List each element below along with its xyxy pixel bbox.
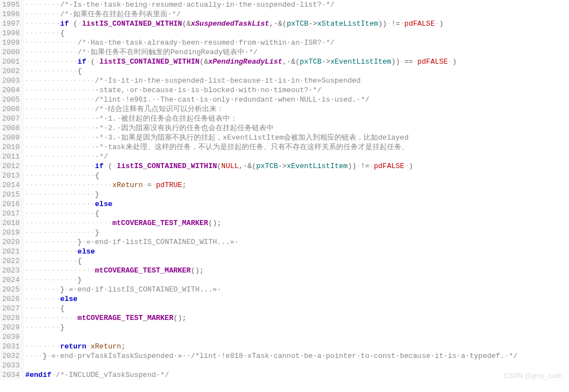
whitespace: ················ bbox=[25, 200, 95, 208]
code-line[interactable]: ················mtCOVERAGE_TEST_MARKER()… bbox=[25, 266, 569, 275]
code-line[interactable]: ········else bbox=[25, 294, 569, 304]
whitespace: ········ bbox=[25, 304, 60, 313]
token-op: != bbox=[391, 20, 400, 28]
code-line[interactable]: ········/*·Is·the·task·being·resumed·act… bbox=[25, 0, 569, 9]
code-line[interactable]: ·················*·3.·如果是因为阻塞不执行的挂起，xEve… bbox=[25, 133, 569, 142]
line-number: 2018 bbox=[2, 218, 20, 228]
token-op: } bbox=[60, 323, 65, 332]
token-kw: if bbox=[78, 58, 87, 66]
code-line[interactable]: ················else bbox=[25, 199, 569, 209]
token-op: } bbox=[78, 238, 82, 246]
code-line[interactable]: ·················*·task来处理。这样的任务，不认为是挂起的… bbox=[25, 142, 569, 152]
code-line[interactable]: ········{ bbox=[25, 28, 569, 38]
code-line[interactable]: ············{ bbox=[25, 66, 569, 76]
code-line[interactable]: ········return·xReturn; bbox=[25, 342, 569, 351]
code-area[interactable]: ········/*·Is·the·task·being·resumed·act… bbox=[24, 0, 569, 380]
code-line[interactable] bbox=[25, 332, 569, 342]
line-number: 2010 bbox=[2, 142, 20, 152]
token-kw: if bbox=[95, 162, 104, 170]
token-op: { bbox=[95, 209, 99, 218]
token-cmt: ·*·3.·如果是因为阻塞不执行的挂起，xEventListItem会被加入到相… bbox=[95, 133, 409, 142]
token-ws: · bbox=[404, 162, 409, 170]
line-number: 2014 bbox=[2, 180, 20, 190]
code-line[interactable]: ············if·(·listIS_CONTAINED_WITHIN… bbox=[25, 57, 569, 66]
code-line[interactable]: ········}·«·end·if·listIS_CONTAINED_WITH… bbox=[25, 285, 569, 294]
whitespace: ············ bbox=[25, 314, 78, 322]
token-op: ( bbox=[90, 58, 95, 66]
token-cmt: /*·结合注释有几点知识可以分析出来： bbox=[95, 105, 224, 113]
code-line[interactable]: ················/*lint·!e961.··The·cast·… bbox=[25, 95, 569, 104]
token-op: { bbox=[60, 304, 65, 313]
whitespace: ················ bbox=[25, 143, 95, 151]
whitespace: ············ bbox=[25, 48, 78, 56]
token-var: xSuspendedTaskList bbox=[191, 20, 269, 28]
token-fn: mtCOVERAGE_TEST_MARKER bbox=[78, 314, 174, 322]
token-ws: · bbox=[400, 20, 404, 28]
token-fn: listIS_CONTAINED_WITHIN bbox=[99, 58, 199, 66]
code-line[interactable]: ················{ bbox=[25, 171, 569, 180]
code-line[interactable]: ············{ bbox=[25, 256, 569, 266]
code-line[interactable]: ················} bbox=[25, 228, 569, 237]
code-line[interactable]: ············mtCOVERAGE_TEST_MARKER(); bbox=[25, 313, 569, 323]
token-ws: · bbox=[356, 162, 361, 170]
token-ret: xReturn bbox=[112, 181, 143, 189]
line-number: 2026 bbox=[2, 294, 20, 304]
token-op: ,·&( bbox=[283, 58, 300, 66]
token-cmt: /*·INCLUDE_vTaskSuspend·*/ bbox=[56, 371, 169, 379]
line-number: 2029 bbox=[2, 323, 20, 332]
token-op: (); bbox=[173, 314, 186, 322]
code-line[interactable]: ················/*·Is·it·in·the·suspende… bbox=[25, 76, 569, 85]
code-line[interactable]: ················/*·结合注释有几点知识可以分析出来： bbox=[25, 104, 569, 114]
code-line[interactable]: ············else bbox=[25, 247, 569, 256]
code-line[interactable]: ············/*·如果任务不在时间触发的PendingReady链表… bbox=[25, 47, 569, 57]
line-number: 2000 bbox=[2, 47, 20, 57]
code-line[interactable]: ·················*/ bbox=[25, 152, 569, 161]
token-ws: · bbox=[78, 20, 82, 28]
code-line[interactable]: ········if·(·listIS_CONTAINED_WITHIN(&xS… bbox=[25, 19, 569, 28]
line-number: 2002 bbox=[2, 66, 20, 76]
line-number: 2024 bbox=[2, 275, 20, 285]
code-line[interactable]: ·················*·1.·被挂起的任务会在挂起任务链表中； bbox=[25, 114, 569, 123]
whitespace: ················ bbox=[25, 190, 95, 199]
code-line[interactable] bbox=[25, 361, 569, 370]
whitespace: ········ bbox=[25, 342, 60, 351]
token-kw: else bbox=[60, 295, 78, 303]
token-ret: xReturn bbox=[90, 342, 121, 351]
code-line[interactable]: ·················state,·or·because·is·is… bbox=[25, 85, 569, 95]
token-mem: pxTCB bbox=[300, 58, 322, 66]
code-line[interactable]: ········/*·如果任务在挂起任务列表里面·*/ bbox=[25, 9, 569, 19]
line-number: 2021 bbox=[2, 247, 20, 256]
token-fn: listIS_CONTAINED_WITHIN bbox=[117, 162, 217, 170]
line-number: 2015 bbox=[2, 190, 20, 199]
line-number: 2006 bbox=[2, 104, 20, 114]
line-number: 2033 bbox=[2, 361, 20, 370]
code-line[interactable]: ············}·«·end·if·listIS_CONTAINED_… bbox=[25, 237, 569, 247]
whitespace: ········ bbox=[25, 285, 60, 294]
code-line[interactable]: ····················mtCOVERAGE_TEST_MARK… bbox=[25, 218, 569, 228]
token-op: -> bbox=[322, 58, 331, 66]
token-op: ) bbox=[409, 162, 413, 170]
code-line[interactable]: ·················*·2.·因为阻塞没有执行的任务也会在挂起任务… bbox=[25, 123, 569, 133]
code-line[interactable]: #endif·/*·INCLUDE_vTaskSuspend·*/ bbox=[25, 370, 569, 380]
code-line[interactable]: ················if·(·listIS_CONTAINED_WI… bbox=[25, 161, 569, 171]
token-ws: · bbox=[400, 58, 404, 66]
code-line[interactable]: ················} bbox=[25, 190, 569, 199]
line-number: 2023 bbox=[2, 266, 20, 275]
code-line[interactable]: ················{ bbox=[25, 209, 569, 218]
line-number: 2012 bbox=[2, 161, 20, 171]
token-op: (& bbox=[182, 20, 191, 28]
line-number: 2030 bbox=[2, 332, 20, 342]
code-line[interactable]: ············/*·Has·the·task·already·been… bbox=[25, 38, 569, 47]
code-editor[interactable]: 1995199619971998199920002001200220032004… bbox=[0, 0, 569, 380]
token-cmt: /*·Is·it·in·the·suspended·list·because·i… bbox=[95, 77, 361, 85]
code-line[interactable]: ············} bbox=[25, 275, 569, 285]
token-ws: · bbox=[51, 371, 56, 379]
token-op: } bbox=[78, 276, 82, 284]
code-line[interactable]: ····}·«·end·prvTaskIsTaskSuspended·»··/*… bbox=[25, 351, 569, 361]
token-op: { bbox=[95, 171, 99, 180]
code-line[interactable]: ········{ bbox=[25, 304, 569, 313]
code-line[interactable]: ····················xReturn·=·pdTRUE; bbox=[25, 180, 569, 190]
line-number: 1999 bbox=[2, 38, 20, 47]
token-cmt: ·*·task来处理。这样的任务，不认为是挂起的任务。只有不存在这样关系的任务才… bbox=[95, 143, 409, 151]
code-line[interactable]: ········} bbox=[25, 323, 569, 332]
